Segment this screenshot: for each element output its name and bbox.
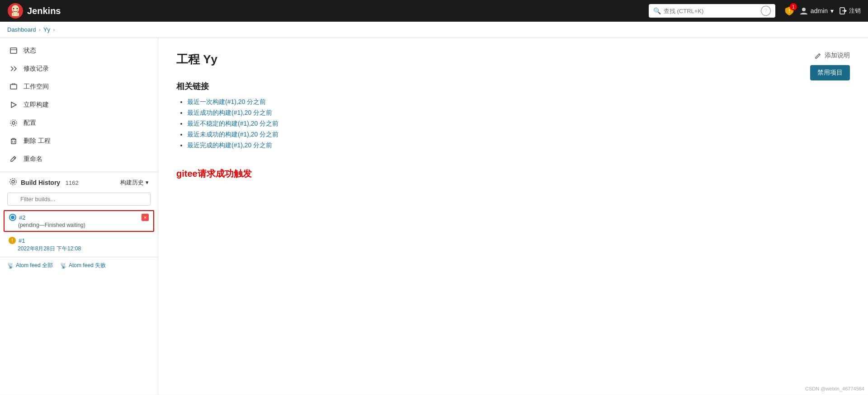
svg-rect-4 bbox=[12, 13, 19, 16]
alert-icon-wrap[interactable]: ! 1 bbox=[784, 6, 794, 16]
build-2-num: #2 bbox=[19, 214, 25, 221]
svg-point-8 bbox=[802, 8, 806, 11]
list-item: 最近完成的构建(#1),20 分之前 bbox=[187, 141, 850, 150]
build-item-2[interactable]: #2 ✕ (pending—Finished waiting) bbox=[4, 210, 154, 232]
svg-point-22 bbox=[11, 216, 14, 219]
list-item: 最近一次构建(#1),20 分之前 bbox=[187, 98, 850, 106]
sidebar-label-status: 状态 bbox=[24, 47, 36, 55]
list-item: 最近不稳定的构建(#1),20 分之前 bbox=[187, 120, 850, 128]
watermark: CSDN @weixin_46774564 bbox=[805, 386, 864, 391]
atom-feed-all-icon: 📡 bbox=[7, 263, 14, 269]
sidebar-item-workspace[interactable]: 工作空间 bbox=[0, 78, 158, 96]
app-title: Jenkins bbox=[27, 6, 61, 16]
svg-point-15 bbox=[10, 120, 17, 126]
svg-point-21 bbox=[10, 179, 16, 185]
logo-area: Jenkins bbox=[7, 3, 61, 19]
header: Jenkins 🔍 ? ! 1 admin ▾ 注销 bbox=[0, 0, 868, 22]
build-history-title: Build History 1162 bbox=[21, 179, 117, 186]
build-2-sub: (pending—Finished waiting) bbox=[9, 222, 149, 228]
breadcrumb: Dashboard › Yy › bbox=[0, 22, 868, 38]
user-dropdown-icon: ▾ bbox=[830, 7, 834, 14]
logout-label: 注销 bbox=[849, 7, 861, 15]
sidebar-item-build-now[interactable]: 立即构建 bbox=[0, 96, 158, 114]
list-item: 最近未成功的构建(#1),20 分之前 bbox=[187, 131, 850, 139]
svg-point-2 bbox=[13, 8, 14, 9]
sidebar-item-changes[interactable]: 修改记录 bbox=[0, 60, 158, 78]
help-icon[interactable]: ? bbox=[761, 6, 771, 16]
sidebar: 状态 修改记录 工作空间 立即构建 bbox=[0, 38, 158, 395]
svg-point-14 bbox=[12, 122, 15, 124]
right-actions: 添加说明 禁用项目 bbox=[810, 52, 850, 80]
svg-text:!: ! bbox=[788, 9, 790, 14]
status-icon bbox=[9, 46, 18, 55]
pencil-icon bbox=[815, 52, 822, 59]
breadcrumb-sep-1: › bbox=[39, 26, 41, 33]
rename-icon bbox=[9, 155, 18, 164]
link-last-complete[interactable]: 最近完成的构建(#1),20 分之前 bbox=[187, 141, 272, 149]
link-last-success[interactable]: 最近成功的构建(#1),20 分之前 bbox=[187, 109, 272, 116]
disable-project-button[interactable]: 禁用项目 bbox=[810, 65, 850, 80]
link-last-failed[interactable]: 最近未成功的构建(#1),20 分之前 bbox=[187, 131, 278, 138]
sidebar-label-workspace: 工作空间 bbox=[24, 83, 49, 91]
atom-feed-fail-icon: 📡 bbox=[60, 263, 67, 269]
build-1-date-link[interactable]: 2022年8月28日 下午12:08 bbox=[18, 245, 81, 252]
svg-point-3 bbox=[17, 8, 18, 9]
build-item-2-top: #2 ✕ bbox=[9, 214, 149, 221]
sidebar-item-status[interactable]: 状态 bbox=[0, 42, 158, 60]
user-name: admin bbox=[811, 7, 828, 14]
build-1-status-icon: ! bbox=[9, 237, 16, 244]
sidebar-item-configure[interactable]: 配置 bbox=[0, 114, 158, 132]
build-2-close-icon[interactable]: ✕ bbox=[142, 214, 149, 221]
svg-rect-16 bbox=[11, 139, 16, 144]
build-2-status-icon bbox=[9, 214, 16, 221]
link-last-unstable[interactable]: 最近不稳定的构建(#1),20 分之前 bbox=[187, 120, 278, 127]
breadcrumb-yy[interactable]: Yy bbox=[43, 26, 50, 33]
build-now-icon bbox=[9, 100, 18, 109]
build-history-count: 1162 bbox=[66, 179, 79, 186]
sidebar-label-configure: 配置 bbox=[24, 119, 36, 127]
dropdown-arrow-icon: ▾ bbox=[146, 179, 149, 186]
logout-icon bbox=[839, 7, 847, 15]
related-links-section: 相关链接 最近一次构建(#1),20 分之前 最近成功的构建(#1),20 分之… bbox=[176, 81, 850, 150]
link-last-build[interactable]: 最近一次构建(#1),20 分之前 bbox=[187, 98, 266, 105]
user-menu[interactable]: admin ▾ bbox=[800, 7, 834, 15]
build-1-num: #1 bbox=[19, 237, 25, 244]
related-links-title: 相关链接 bbox=[176, 81, 850, 92]
build-history-gear-icon bbox=[9, 178, 17, 187]
alert-badge: 1 bbox=[790, 3, 797, 10]
build-item-1-top: ! #1 bbox=[9, 237, 149, 244]
atom-feed-all-link[interactable]: 📡 Atom feed 全部 bbox=[7, 262, 53, 269]
logout-button[interactable]: 注销 bbox=[839, 7, 861, 15]
sidebar-nav: 状态 修改记录 工作空间 立即构建 bbox=[0, 38, 158, 172]
breadcrumb-dashboard[interactable]: Dashboard bbox=[7, 26, 36, 33]
svg-marker-13 bbox=[11, 102, 16, 108]
svg-point-20 bbox=[12, 180, 14, 183]
search-box[interactable]: 🔍 ? bbox=[649, 4, 775, 18]
configure-icon bbox=[9, 118, 18, 127]
build-history-link[interactable]: 构建历史 ▾ bbox=[120, 179, 149, 187]
build-item-1[interactable]: ! #1 2022年8月28日 下午12:08 bbox=[4, 235, 154, 255]
filter-wrap: 🔍 bbox=[7, 193, 151, 206]
sidebar-label-delete: 删除 工程 bbox=[24, 137, 51, 145]
header-actions: ! 1 admin ▾ 注销 bbox=[784, 6, 861, 16]
sidebar-label-changes: 修改记录 bbox=[24, 65, 49, 73]
sidebar-item-delete[interactable]: 删除 工程 bbox=[0, 132, 158, 150]
add-description-button[interactable]: 添加说明 bbox=[815, 52, 850, 60]
related-links-list: 最近一次构建(#1),20 分之前 最近成功的构建(#1),20 分之前 最近不… bbox=[176, 98, 850, 150]
search-icon: 🔍 bbox=[653, 7, 661, 14]
build-history-header: Build History 1162 构建历史 ▾ bbox=[0, 172, 158, 191]
sidebar-label-rename: 重命名 bbox=[24, 155, 42, 163]
svg-line-23 bbox=[819, 54, 820, 55]
breadcrumb-sep-2: › bbox=[53, 26, 55, 33]
user-icon bbox=[800, 7, 808, 15]
gitee-notice: gitee请求成功触发 bbox=[176, 168, 850, 180]
atom-feed-fail-link[interactable]: 📡 Atom feed 失败 bbox=[60, 262, 106, 269]
changes-icon bbox=[9, 64, 18, 73]
filter-input-wrap: 🔍 bbox=[0, 191, 158, 209]
delete-icon bbox=[9, 136, 18, 146]
filter-builds-input[interactable] bbox=[7, 193, 151, 206]
main-layout: 状态 修改记录 工作空间 立即构建 bbox=[0, 38, 868, 395]
search-input[interactable] bbox=[664, 8, 758, 14]
page-title: 工程 Yy bbox=[176, 52, 850, 67]
sidebar-item-rename[interactable]: 重命名 bbox=[0, 150, 158, 168]
